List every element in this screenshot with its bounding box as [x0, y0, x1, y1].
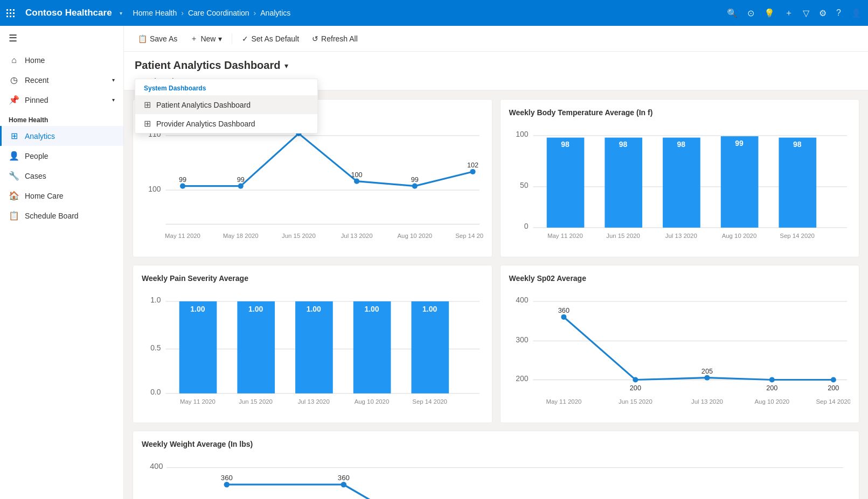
- svg-text:50: 50: [519, 181, 528, 189]
- sidebar-item-schedule-board[interactable]: 📋 Schedule Board: [0, 206, 123, 226]
- spo2-chart-svg: 400 300 200: [509, 289, 851, 412]
- heartrate-chart-svg: 110 100: [142, 123, 483, 246]
- set-as-default-button[interactable]: ✓ Set As Default: [237, 32, 304, 46]
- dashboard-header: Patient Analytics Dashboard ▾ System Das…: [124, 52, 868, 90]
- sidebar-label-home-care: Home Care: [25, 192, 64, 200]
- user-icon[interactable]: 👤: [851, 8, 862, 18]
- main-content: Patient Analytics Dashboard ▾ System Das…: [124, 52, 868, 499]
- app-grid-icon[interactable]: [6, 9, 15, 17]
- search-icon[interactable]: 🔍: [727, 8, 738, 18]
- logo-chevron-icon[interactable]: ▾: [120, 10, 122, 16]
- svg-text:200: 200: [516, 374, 528, 383]
- target-icon[interactable]: ⊙: [747, 8, 754, 18]
- svg-point-8: [354, 179, 359, 184]
- set-as-default-label: Set As Default: [251, 34, 299, 43]
- svg-rect-35: [720, 136, 758, 228]
- save-as-button[interactable]: 📋 Save As: [133, 32, 183, 46]
- sidebar-label-analytics: Analytics: [25, 132, 55, 140]
- svg-rect-58: [411, 301, 449, 393]
- sidebar-item-cases[interactable]: 🔧 Cases: [0, 166, 123, 186]
- toolbar: 📋 Save As ＋ New ▾ ✓ Set As Default ↺ Ref…: [124, 26, 868, 52]
- dashboard-dropdown-button[interactable]: ▾: [284, 61, 288, 70]
- pinned-icon: 📌: [9, 95, 19, 105]
- svg-text:1.0: 1.0: [150, 296, 161, 304]
- filter-icon[interactable]: ▽: [803, 8, 809, 18]
- sidebar-item-recent[interactable]: ◷ Recent ▾: [0, 70, 123, 90]
- breadcrumb: Home Health › Care Coordination › Analyt…: [133, 9, 291, 17]
- pain-severity-chart-svg: 1.0 0.5 0.0 1.00 1.00 1.00: [142, 289, 483, 412]
- sidebar-item-analytics[interactable]: ⊞ Analytics: [0, 126, 123, 146]
- svg-text:400: 400: [516, 296, 528, 304]
- svg-text:200: 200: [629, 384, 641, 392]
- svg-text:0.5: 0.5: [150, 343, 161, 352]
- sidebar-section-header: Home Health: [0, 110, 123, 126]
- svg-text:1.00: 1.00: [248, 305, 263, 313]
- svg-text:98: 98: [793, 140, 801, 149]
- sidebar-label-cases: Cases: [25, 172, 46, 180]
- svg-text:Aug 10 2020: Aug 10 2020: [754, 398, 789, 405]
- weight-chart-card: Weekly Weight Average (In lbs) 400 300 2…: [133, 431, 859, 499]
- svg-text:Sep 14 2020: Sep 14 2020: [412, 398, 447, 405]
- home-care-icon: 🏠: [9, 191, 19, 201]
- breadcrumb-care-coordination[interactable]: Care Coordination: [188, 9, 249, 17]
- svg-text:Aug 10 2020: Aug 10 2020: [721, 233, 756, 239]
- sidebar-item-people[interactable]: 👤 People: [0, 146, 123, 166]
- sidebar-item-pinned[interactable]: 📌 Pinned ▾: [0, 90, 123, 110]
- help-icon[interactable]: ?: [836, 8, 841, 18]
- svg-text:200: 200: [766, 384, 777, 392]
- svg-text:98: 98: [677, 140, 685, 149]
- dropdown-item-patient-analytics[interactable]: ⊞ Patient Analytics Dashboard: [135, 95, 317, 114]
- svg-point-72: [633, 377, 638, 382]
- sidebar-label-pinned: Pinned: [25, 96, 48, 104]
- sidebar-item-home[interactable]: ⌂ Home: [0, 51, 123, 70]
- new-icon: ＋: [190, 34, 198, 44]
- pinned-chevron-icon: ▾: [112, 97, 115, 103]
- svg-rect-29: [546, 138, 584, 228]
- svg-text:1.00: 1.00: [364, 305, 379, 313]
- top-nav-icons: 🔍 ⊙ 💡 ＋ ▽ ⚙ ? 👤: [727, 8, 862, 19]
- new-button[interactable]: ＋ New ▾: [185, 31, 227, 46]
- sidebar: ☰ ⌂ Home ◷ Recent ▾ 📌 Pinned ▾ Home Heal…: [0, 26, 124, 499]
- sidebar-item-home-care[interactable]: 🏠 Home Care: [0, 186, 123, 206]
- sidebar-label-home: Home: [25, 56, 45, 65]
- sidebar-toggle-button[interactable]: ☰: [0, 26, 123, 51]
- new-chevron-icon: ▾: [218, 34, 222, 43]
- sidebar-label-schedule-board: Schedule Board: [25, 212, 79, 220]
- svg-rect-31: [605, 138, 642, 228]
- svg-text:May 11 2020: May 11 2020: [547, 233, 582, 239]
- plus-icon[interactable]: ＋: [784, 8, 793, 19]
- breadcrumb-home-health[interactable]: Home Health: [133, 9, 177, 17]
- svg-point-9: [412, 183, 418, 188]
- svg-text:1.00: 1.00: [422, 305, 437, 313]
- svg-text:1.00: 1.00: [307, 305, 321, 313]
- top-navigation: Contoso Healthcare ▾ Home Health › Care …: [0, 0, 868, 26]
- svg-text:200: 200: [828, 384, 839, 392]
- lightbulb-icon[interactable]: 💡: [764, 8, 775, 18]
- body-temp-chart-card: Weekly Body Temperature Average (In f) 1…: [500, 99, 860, 257]
- svg-text:Jul 13 2020: Jul 13 2020: [298, 398, 330, 405]
- dropdown-item-provider-analytics[interactable]: ⊞ Provider Analytics Dashboard: [135, 114, 317, 133]
- svg-text:360: 360: [558, 307, 569, 314]
- breadcrumb-sep1: ›: [181, 9, 184, 17]
- svg-text:100: 100: [516, 130, 528, 138]
- svg-text:Jul 13 2020: Jul 13 2020: [691, 398, 723, 405]
- svg-text:360: 360: [338, 474, 350, 482]
- weight-chart-title: Weekly Weight Average (In lbs): [142, 440, 850, 448]
- dashboard-title-row: Patient Analytics Dashboard ▾: [135, 59, 857, 72]
- pain-severity-chart-title: Weekly Pain Severity Average: [142, 274, 483, 283]
- svg-point-93: [341, 482, 347, 488]
- checkmark-icon: ✓: [242, 34, 248, 43]
- refresh-all-button[interactable]: ↺ Refresh All: [307, 32, 363, 46]
- svg-rect-50: [179, 301, 217, 393]
- dashboard-grid-icon-2: ⊞: [144, 118, 151, 129]
- svg-text:0: 0: [524, 222, 528, 230]
- svg-text:98: 98: [619, 140, 627, 149]
- home-icon: ⌂: [9, 55, 19, 65]
- svg-text:98: 98: [561, 140, 570, 149]
- cases-icon: 🔧: [9, 171, 19, 181]
- breadcrumb-analytics: Analytics: [260, 9, 290, 17]
- save-as-icon: 📋: [138, 34, 147, 43]
- svg-text:100: 100: [148, 185, 161, 193]
- svg-text:Jul 13 2020: Jul 13 2020: [665, 233, 697, 239]
- settings-icon[interactable]: ⚙: [819, 8, 827, 18]
